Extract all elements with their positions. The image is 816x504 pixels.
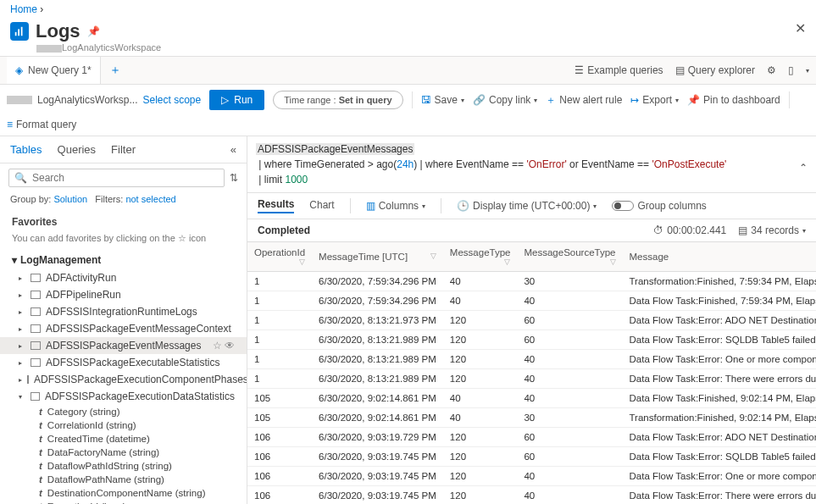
table-item-adfssispackageeventmessages[interactable]: ▸ADFSSISPackageEventMessages☆ 👁 [0,337,247,354]
stopwatch-icon: ⏱ [653,224,663,236]
run-button[interactable]: ▷Run [209,90,264,110]
type-icon: t [39,420,42,430]
favorites-heading: Favorites [0,213,247,231]
table-icon [31,358,41,367]
table-row[interactable]: 1066/30/2020, 9:03:19.745 PM12040Data Fl… [247,486,816,505]
new-alert-button[interactable]: ＋New alert rule [546,93,622,108]
caret-icon: ▸ [19,325,25,333]
table-item-adfssisintegrationruntimelogs[interactable]: ▸ADFSSISIntegrationRuntimeLogs [0,303,247,320]
pin-icon[interactable]: 📌 [87,25,100,37]
scope-selector[interactable]: LogAnalyticsWorksp... Select scope [7,94,201,106]
field-item[interactable]: tDataflowPathIdString (string) [0,459,247,473]
logmanagement-group[interactable]: ▾LogManagement [0,251,247,269]
results-tab[interactable]: Results [258,198,294,213]
favorites-hint: You can add favorites by clicking on the… [0,231,247,251]
col-messagetype[interactable]: MessageType▽ [443,242,518,272]
chevron-right-icon: › [40,3,43,15]
caret-icon: ▸ [19,291,25,299]
table-icon [31,274,41,282]
table-icon [31,307,41,316]
table-icon [31,392,40,401]
search-input[interactable] [32,172,219,184]
explorer-icon: ▤ [675,64,685,76]
expand-query-icon[interactable]: ⌃ [799,160,808,175]
field-item[interactable]: tDataFactoryName (string) [0,446,247,459]
group-columns-toggle[interactable]: Group columns [612,200,706,212]
table-row[interactable]: 16/30/2020, 7:59:34.296 PM4040Data Flow … [247,291,816,311]
list-icon: ☰ [575,64,584,76]
field-item[interactable]: tCorrelationId (string) [0,418,247,432]
filter-icon[interactable]: ▽ [504,258,510,266]
query-status: Completed [258,224,310,236]
columns-icon: ▥ [366,200,375,212]
columns-button[interactable]: ▥Columns▾ [366,200,425,212]
table-item-adfactivityrun[interactable]: ▸ADFActivityRun [0,269,247,286]
save-button[interactable]: 🖫Save▾ [421,94,464,106]
copy-link-button[interactable]: 🔗Copy link▾ [473,94,537,106]
col-message[interactable]: Message▽ [623,242,816,272]
toggle-icon [612,201,634,211]
example-queries-button[interactable]: ☰Example queries [575,64,663,76]
add-tab-button[interactable]: ＋ [101,63,130,78]
type-icon: t [39,434,42,444]
record-count: ▤34 records▾ [738,224,806,236]
field-item[interactable]: tCategory (string) [0,405,247,418]
pin-dashboard-button[interactable]: 📌Pin to dashboard [687,94,780,106]
table-row[interactable]: 1066/30/2020, 9:03:19.745 PM12040Data Fl… [247,467,816,486]
settings-icon[interactable]: ⚙ [767,64,776,76]
workspace-subtitle: LogAnalyticsWorkspace [0,42,816,53]
table-item-adfpipelinerun[interactable]: ▸ADFPipelineRun [0,286,247,303]
search-input-wrapper: 🔍 [8,169,225,187]
table-icon [31,324,41,333]
field-item[interactable]: tExecutionId (long) [0,500,247,504]
filter-tab[interactable]: Filter [111,143,136,156]
filter-icon[interactable]: ▽ [299,258,305,266]
table-row[interactable]: 1056/30/2020, 9:02:14.861 PM4030Transfor… [247,408,816,428]
field-item[interactable]: tDataflowPathName (string) [0,473,247,486]
filter-toggle-icon[interactable]: ⇅ [230,169,238,187]
table-row[interactable]: 16/30/2020, 8:13:21.989 PM12060Data Flow… [247,330,816,350]
col-messagesourcetype[interactable]: MessageSourceType▽ [517,242,622,272]
table-row[interactable]: 16/30/2020, 8:13:21.973 PM12060Data Flow… [247,311,816,330]
display-time-button[interactable]: 🕒Display time (UTC+00:00)▾ [457,200,597,212]
breadcrumb-home[interactable]: Home [10,3,37,15]
field-item[interactable]: tDestinationComponentName (string) [0,486,247,500]
table-item-adfssispackageexecutiondatastatistics[interactable]: ▾ADFSSISPackageExecutionDataStatistics [0,388,247,405]
query-editor[interactable]: ADFSSISPackageEventMessages | where Time… [247,136,816,193]
col-operationid[interactable]: OperationId▽ [247,242,312,272]
panel-icon[interactable]: ▯ [788,64,794,76]
table-row[interactable]: 1066/30/2020, 9:03:19.745 PM12060Data Fl… [247,447,816,467]
table-item-adfssispackageexecutablestatistics[interactable]: ▸ADFSSISPackageExecutableStatistics [0,354,247,371]
queries-tab[interactable]: Queries [58,143,97,156]
pin-icon: 📌 [687,94,700,106]
collapse-left-icon[interactable]: « [230,143,236,156]
table-row[interactable]: 16/30/2020, 8:13:21.989 PM12040Data Flow… [247,369,816,389]
field-item[interactable]: tCreatedTime (datetime) [0,432,247,446]
star-icon[interactable]: ☆ 👁 [213,340,235,352]
groupby-link[interactable]: Solution [53,194,87,204]
caret-icon: ▸ [19,308,25,316]
filter-icon[interactable]: ▽ [610,258,616,266]
play-icon: ▷ [221,94,229,106]
table-row[interactable]: 1066/30/2020, 9:03:19.729 PM12060Data Fl… [247,428,816,447]
table-row[interactable]: 16/30/2020, 8:13:21.989 PM12040Data Flow… [247,350,816,369]
time-range-pill[interactable]: Time range : Set in query [273,91,402,109]
filters-link[interactable]: not selected [125,194,175,204]
table-item-adfssispackageexecutioncomponentphases[interactable]: ▸ADFSSISPackageExecutionComponentPhases [0,371,247,388]
table-item-adfssispackageeventmessagecontext[interactable]: ▸ADFSSISPackageEventMessageContext [0,320,247,337]
format-query-button[interactable]: ≡Format query [7,119,76,130]
type-icon: t [39,407,42,417]
col-messagetime[interactable]: MessageTime [UTC]▽ [312,242,443,272]
results-grid: OperationId▽ MessageTime [UTC]▽ MessageT… [247,241,816,504]
query-tab-1[interactable]: ◈New Query 1* [7,57,101,84]
table-row[interactable]: 1056/30/2020, 9:02:14.861 PM4040Data Flo… [247,389,816,408]
table-row[interactable]: 16/30/2020, 7:59:34.296 PM4030Transforma… [247,272,816,291]
more-icon[interactable]: ▾ [806,67,809,75]
query-explorer-button[interactable]: ▤Query explorer [675,64,755,76]
tables-tab[interactable]: Tables [10,143,42,156]
chart-tab[interactable]: Chart [309,199,334,213]
type-icon: t [39,474,42,485]
filter-icon[interactable]: ▽ [430,252,436,260]
export-button[interactable]: ↦Export▾ [630,94,679,106]
close-icon[interactable]: ✕ [795,20,806,36]
